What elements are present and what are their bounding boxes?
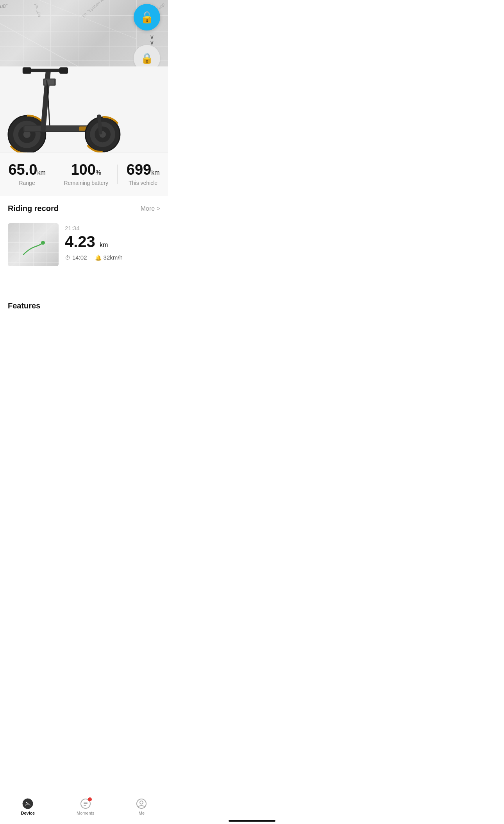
battery-value: 100% bbox=[71, 162, 101, 177]
stats-bar: 65.0km Range 100% Remaining battery 699k… bbox=[0, 152, 168, 196]
ride-map-inner bbox=[8, 223, 59, 266]
svg-line-9 bbox=[0, 23, 78, 66]
scooter-area bbox=[0, 66, 168, 152]
vehicle-unit: km bbox=[151, 169, 159, 176]
ride-duration-value: 14:02 bbox=[72, 254, 87, 261]
lock-open-icon: 🔓 bbox=[140, 11, 154, 24]
battery-unit: % bbox=[96, 169, 101, 176]
vehicle-label: This vehicle bbox=[129, 179, 157, 186]
stat-range: 65.0km Range bbox=[8, 162, 45, 186]
ride-time: 21:34 bbox=[65, 225, 123, 231]
bell-icon: 🔔 bbox=[95, 254, 102, 261]
ride-speed: 🔔 32km/h bbox=[95, 254, 123, 261]
ride-meta: ⏱ 14:02 🔔 32km/h bbox=[65, 254, 123, 261]
ride-card[interactable]: 21:34 4.23 km ⏱ 14:02 🔔 32km/h bbox=[8, 219, 160, 270]
stat-divider-1 bbox=[55, 165, 55, 184]
lock-button-active[interactable]: 🔓 bbox=[134, 4, 160, 30]
map-label-1: ий" bbox=[0, 3, 8, 9]
svg-line-10 bbox=[39, 0, 137, 39]
chevron-down-icon-2: ∨ bbox=[150, 40, 154, 45]
ride-map-thumbnail bbox=[8, 223, 59, 266]
riding-record-header: Riding record More > bbox=[8, 204, 160, 213]
range-label: Range bbox=[19, 179, 35, 186]
features-title: Features bbox=[8, 301, 40, 310]
stat-vehicle: 699km This vehicle bbox=[127, 162, 160, 186]
vehicle-value: 699km bbox=[127, 162, 160, 177]
features-section: Features bbox=[0, 294, 168, 314]
spacer bbox=[0, 274, 168, 294]
chevron-indicators: ∨ ∨ bbox=[150, 34, 154, 45]
more-button[interactable]: More > bbox=[141, 205, 160, 212]
battery-label: Remaining battery bbox=[64, 179, 108, 186]
riding-record-section: Riding record More > bbox=[0, 196, 168, 274]
ride-distance-unit: km bbox=[100, 242, 108, 248]
lock-closed-icon: 🔒 bbox=[141, 52, 153, 64]
range-value: 65.0km bbox=[8, 162, 45, 177]
svg-rect-26 bbox=[59, 67, 68, 74]
stat-battery: 100% Remaining battery bbox=[64, 162, 108, 186]
route-svg bbox=[8, 223, 59, 266]
scooter-image bbox=[0, 66, 141, 152]
svg-point-36 bbox=[41, 241, 45, 245]
ride-info: 21:34 4.23 km ⏱ 14:02 🔔 32km/h bbox=[65, 223, 123, 261]
svg-rect-25 bbox=[23, 67, 31, 74]
ride-distance: 4.23 km bbox=[65, 233, 123, 250]
clock-icon: ⏱ bbox=[65, 254, 70, 261]
stat-divider-2 bbox=[117, 165, 118, 184]
ride-duration: ⏱ 14:02 bbox=[65, 254, 87, 261]
svg-rect-28 bbox=[44, 80, 54, 85]
riding-record-title: Riding record bbox=[8, 204, 59, 213]
range-unit: km bbox=[37, 169, 45, 176]
page-wrapper: ий" ул. „Da ул. "Lyuben Karave и Христо … bbox=[0, 0, 168, 346]
ride-speed-value: 32km/h bbox=[104, 254, 123, 261]
map-area: ий" ул. „Da ул. "Lyuben Karave и Христо … bbox=[0, 0, 168, 66]
